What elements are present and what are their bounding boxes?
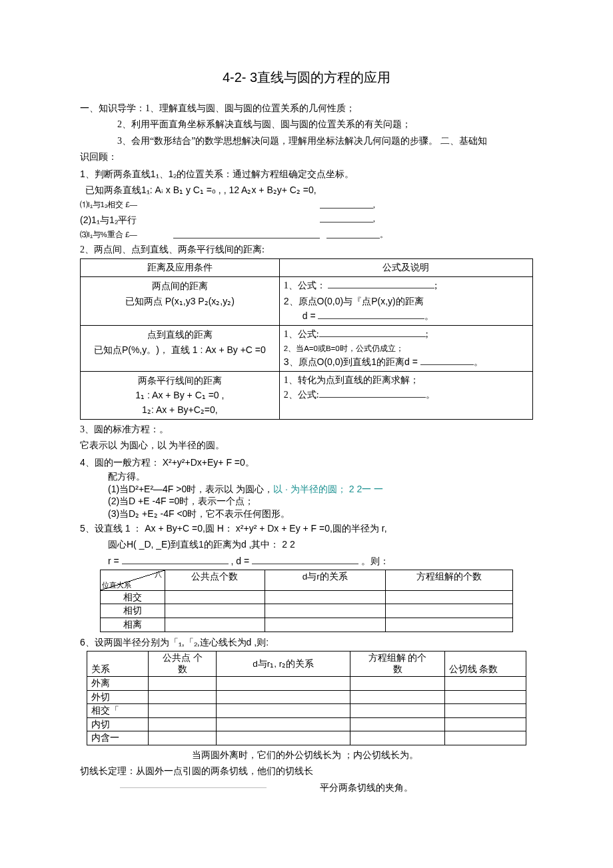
t3-h3: d与r₁, r₂的关系: [217, 651, 350, 676]
q1-c2-right: ,: [373, 213, 375, 227]
t1-r1c2-3b: [318, 309, 424, 319]
t2-diag: 八 位直大系: [101, 570, 165, 590]
tail-a: 当两圆外离时，它们的外公切线长为 ；内公切线长为。: [80, 748, 533, 763]
t1-r1c2-3e: 。: [424, 311, 434, 321]
t1-r2c1: 点到直线的距离 已知点P(%,y。)， 直线 1 : Ax + By +C =0: [81, 326, 280, 371]
q5-c-r: 。则：: [361, 556, 389, 566]
q3-a: 3、圆的标准方程：。: [80, 422, 533, 437]
t1-r1c1b: 已知两点 P(x₁,y3 P₂(x₂,y₂): [85, 294, 275, 308]
page-title: 4-2- 3直线与圆的方程的应用: [80, 67, 533, 88]
t1-r3c2-2b: [319, 388, 426, 398]
q5-c-b2: [252, 554, 358, 564]
distance-table: 距离及应用条件 公式及说明 两点间的距离 已知两点 P(x₁,y3 P₂(x₂,…: [80, 258, 533, 420]
t3-r4: 内切: [87, 717, 149, 731]
q5-b: 圆心H( _D, _E)到直线1的距离为d ,其中： 2 2: [80, 537, 533, 552]
t1-r3c2-1: 1、转化为点到直线的距离求解；: [284, 373, 528, 388]
q1-c3-right: 。: [380, 228, 388, 240]
t1-r3c1b: 1₁ : Ax + By + C₁ =0 ,: [85, 388, 275, 402]
q5-c-m: , d =: [231, 556, 250, 566]
tail-c-row: 平分两条切线的夹角。: [80, 781, 533, 795]
q4-a: 4、圆的一般方程： X²+y²+Dx+Ey+ F =0。: [80, 455, 533, 470]
t3-r2: 外切: [87, 690, 149, 704]
t1-r1c2: 1、公式： ; 2、原点O(0,0)与『点P(x,y)的距离 d = 。: [279, 277, 532, 326]
q1-c3: ⑶l₁与%重合 £— 。: [80, 228, 533, 240]
q1-c1-blank: [320, 199, 373, 209]
tail-c: 平分两条切线的夹角。: [320, 781, 413, 795]
t1-r2c2-3b: [420, 355, 474, 365]
q1-c1: ⑴l₁与1₂相交 £— ,: [80, 199, 533, 211]
t1-r1c2-1e: ;: [434, 280, 437, 290]
q1-c1-left: ⑴l₁与1₂相交 £—: [80, 199, 200, 211]
t1-r2c2-2: 2、当A=0或B=0时，公式仍成立；: [284, 342, 528, 354]
q1-c3-left: ⑶l₁与%重合 £—: [80, 228, 173, 240]
q1-c2: (2)1₁与1₂平行 ,: [80, 213, 533, 227]
t1-r3c1: 两条平行线间的距离 1₁ : Ax + By + C₁ =0 , 1₂: Ax …: [81, 371, 280, 419]
t2-r2: 相切: [101, 604, 165, 618]
t1-r3c2-2: 2、公式:: [284, 390, 319, 400]
guide-2: 2、利用平面直角坐标系解决直线与圆、圆与圆的位置关系的有关问题；: [80, 117, 533, 132]
t3-h1: 关系: [87, 651, 149, 676]
t1-r1c1: 两点间的距离 已知两点 P(x₁,y3 P₂(x₂,y₂): [81, 277, 280, 326]
t2-r3: 相离: [101, 618, 165, 632]
t1-r1c2-2: 2、原点O(0,0)与『点P(x,y)的距离: [284, 294, 528, 308]
q1-given: 已知两条直线1₁: Aᵢ x B₁ y C₁ =₀ , , 12 A₂x + B…: [80, 183, 533, 197]
t3-h4b: 数: [354, 663, 440, 675]
q4-block: 配方得。 (1)当D²+E²—4F >0时，表示以 为圆心，以 · 为半径的圆；…: [80, 471, 533, 520]
t1-r2c2-1: 1、公式:: [284, 329, 319, 339]
guide-3b: 二、基础知: [440, 136, 487, 146]
guide-head: 一、知识导学：: [80, 103, 145, 113]
q5-c: r = , d = 。则：: [80, 554, 533, 568]
t1-r2c1a: 点到直线的距离: [85, 327, 275, 342]
q5-c-b1: [122, 554, 229, 564]
guide-1: 1、理解直线与圆、圆与圆的位置关系的几何性质；: [145, 103, 355, 113]
q4-c1: (1)当D²+E²—4F >0时，表示以 为圆心，: [108, 484, 273, 494]
t1-r3c2: 1、转化为点到直线的距离求解； 2、公式:。: [279, 371, 532, 419]
t1-r1c2-1b: [328, 278, 434, 288]
q1-c2-blank: [320, 213, 373, 222]
t1-r3c2-2e: 。: [426, 390, 435, 400]
t3-h2: 公共点 个 数: [149, 651, 217, 676]
q6-head: 6、设两圆半径分别为「₁,「₂,连心线长为d ,则:: [80, 635, 533, 650]
t3-r1: 外离: [87, 677, 149, 691]
t3-r3: 相交「: [87, 704, 149, 718]
guide-3-line: 3、会用“数形结合”的数学思想解决问题，理解用坐标法解决几何问题的步骤。 二、基…: [80, 134, 533, 149]
t1-r3c1c: 1₂: Ax + By+C₂=0,: [85, 402, 275, 417]
q4-c3: (3)当D₂ +E₂ -4F <0时，它不表示任何图形。: [108, 508, 533, 520]
q4-b: 配方得。: [108, 471, 533, 483]
t1-r1c2-3: d =: [303, 310, 316, 321]
t1-r1c2-1: 1、公式：: [284, 280, 326, 290]
q4-c2: (2)当D +E -4F =0时，表示一个点；: [108, 495, 533, 507]
guide-3a: 3、会用“数形结合”的数学思想解决问题，理解用坐标法解决几何问题的步骤。: [117, 136, 438, 146]
guide-line-1: 一、知识导学：1、理解直线与圆、圆与圆的位置关系的几何性质；: [80, 101, 533, 116]
t2-r1: 相交: [101, 590, 165, 604]
t1-r1c1a: 两点间的距离: [85, 278, 275, 293]
q1-c3-blank1: [173, 228, 320, 238]
q5-a: 5、设直线 1 ： Ax + By+C =0,圆 H： x²+y² + Dx +…: [80, 521, 533, 536]
q1-c1-right: ,: [373, 199, 375, 211]
t1-r2c1b: 已知点P(%,y。)， 直线 1 : Ax + By +C =0: [85, 342, 275, 357]
tail-c-blank: [120, 781, 267, 789]
t3-h2a: 公共点 个: [153, 652, 212, 664]
q1-c3-blank2: [326, 228, 380, 238]
t2-h2: 公共点个数: [165, 570, 265, 590]
q2-head: 2、两点间、点到直线、两条平行线间的距离:: [80, 242, 533, 257]
t3-h5: 公切线 条数: [445, 651, 526, 676]
q3-b: 它表示以 为圆心，以 为半径的圆。: [80, 438, 533, 453]
q1-head: 1、判断两条直线1₁、1₂的位置关系：通过解方程组确定交点坐标。: [80, 167, 533, 181]
t3-h2b: 数: [153, 663, 212, 675]
tail-b: 切线长定理：从圆外一点引圆的两条切线，他们的切线长: [80, 764, 533, 779]
two-circle-table: 关系 公共点 个 数 d与r₁, r₂的关系 方程组解 的个 数 公切线 条数 …: [87, 651, 526, 745]
t3-h4: 方程组解 的个 数: [350, 651, 445, 676]
t1-r2c2-1e: ;: [426, 329, 428, 339]
t1-r2c2-1b: [319, 327, 426, 337]
line-circle-table: 八 位直大系 公共点个数 d与r的关系 方程组解的个数 相交 相切 相离: [100, 570, 513, 632]
guide-3c: 识回顾：: [80, 150, 533, 165]
q1-c2-left: (2)1₁与1₂平行: [80, 213, 200, 227]
t3-h4a: 方程组解 的个: [354, 652, 440, 664]
t1-r2c2-3e: 。: [474, 356, 483, 367]
t2-h1b: 位直大系: [102, 581, 131, 590]
q5-c-l: r =: [108, 556, 119, 566]
t2-h3: d与r的关系: [265, 570, 385, 590]
t1-r2c2-3: 3、原点O(0,0)到直线1的距离d =: [284, 356, 418, 367]
t2-h1a: 八: [155, 570, 162, 580]
